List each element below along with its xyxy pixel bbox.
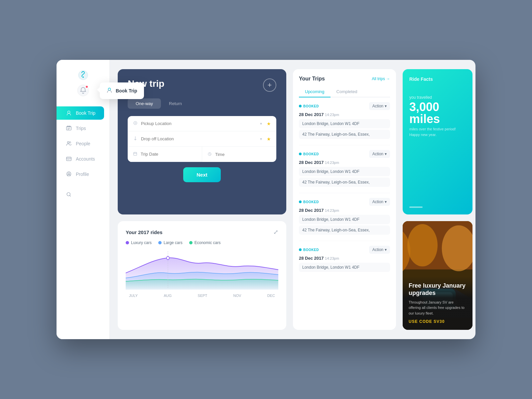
- ride-facts-card: Ride Facts you travelled 3,000 miles mil…: [403, 69, 472, 214]
- date-input[interactable]: [141, 152, 197, 157]
- tab-completed[interactable]: Completed: [331, 86, 363, 97]
- sidebar-book-trip-label: Book Trip: [76, 110, 95, 116]
- economic-dot: [189, 241, 193, 244]
- promo-card: Free luxury January upgrades Throughout …: [403, 221, 472, 330]
- pickup-star-icon: ★: [267, 121, 271, 126]
- svg-point-0: [82, 76, 84, 78]
- svg-point-22: [407, 224, 438, 266]
- search-icon: [66, 192, 72, 198]
- dropoff-dropdown-icon: ▾: [260, 137, 262, 141]
- legend-economic: Economic cars: [189, 240, 221, 245]
- booked-label-3: BOOKED: [299, 200, 319, 204]
- ride-desc: miles over the festive period! Happy new…: [409, 126, 466, 137]
- legend-luxury: Luxury cars: [126, 240, 152, 245]
- svg-point-14: [135, 122, 136, 124]
- trip-entry-4-header: BOOKED Action ▾: [299, 246, 390, 254]
- sidebar-trips-label: Trips: [76, 126, 86, 131]
- svg-point-6: [67, 142, 69, 143]
- time-input[interactable]: [215, 152, 271, 157]
- trip-to-3: 42 The Fairway, Leigh-on-Sea, Essex,: [299, 225, 390, 235]
- promo-code: USE CODE SV30: [409, 319, 466, 324]
- next-button[interactable]: Next: [183, 167, 221, 182]
- action-button-2[interactable]: Action ▾: [369, 150, 390, 158]
- notification-icon[interactable]: [77, 84, 89, 96]
- chart-header: Your 2017 rides ⤢: [126, 228, 278, 236]
- sidebar-search[interactable]: [62, 188, 104, 201]
- sidebar-accounts-label: Accounts: [76, 156, 95, 162]
- trip-entry-4: BOOKED Action ▾ 28 Dec 2017 14:23pm Lond…: [299, 246, 390, 278]
- trip-type-tabs: One-way Return: [128, 98, 276, 109]
- trip-from-1: London Bridge, London W1 4DF: [299, 119, 390, 128]
- svg-point-18: [167, 256, 169, 260]
- screen-wrapper: Book Trip Trips: [57, 60, 475, 339]
- trip-date-4: 28 Dec 2017 14:23pm: [299, 256, 390, 261]
- action-button-1[interactable]: Action ▾: [369, 102, 390, 110]
- sidebar-item-trips[interactable]: Trips: [62, 122, 104, 135]
- sidebar-item-book-trip[interactable]: Book Trip: [57, 106, 104, 120]
- ride-subtitle: you travelled: [409, 95, 466, 100]
- legend-large: Large cars: [158, 240, 183, 245]
- trips-header: Your Trips All trips →: [299, 76, 390, 82]
- dropoff-star-icon: ★: [267, 136, 271, 142]
- your-trips-card: Your Trips All trips → Upcoming Complete…: [293, 69, 396, 330]
- dropoff-field: ▾ ★: [128, 131, 276, 147]
- dropoff-field-icon: [133, 136, 138, 142]
- sidebar-item-profile[interactable]: Profile: [62, 168, 104, 181]
- calendar-icon: [133, 151, 137, 157]
- svg-point-12: [108, 88, 110, 90]
- book-trip-dropdown: Book Trip: [100, 82, 144, 99]
- booked-label-4: BOOKED: [299, 248, 319, 252]
- all-trips-link[interactable]: All trips →: [372, 76, 390, 81]
- trips-tabs: Upcoming Completed: [299, 86, 390, 97]
- chart-label-nov: NOV: [233, 294, 241, 298]
- sidebar-item-accounts[interactable]: Accounts: [62, 152, 104, 166]
- expand-chart-icon[interactable]: ⤢: [273, 228, 278, 236]
- trip-from-3: London Bridge, London W1 4DF: [299, 215, 390, 224]
- trip-entry-2: BOOKED Action ▾ 28 Dec 2017 14:23pm Lond…: [299, 150, 390, 193]
- chart-labels: JULY AUG SEPT NOV DEC: [126, 294, 278, 298]
- trip-form: ▾ ★ ▾ ★: [128, 116, 276, 162]
- pickup-input[interactable]: [141, 121, 257, 126]
- book-trip-icon: [66, 110, 72, 116]
- tab-upcoming[interactable]: Upcoming: [299, 86, 331, 97]
- trip-date-1: 28 Dec 2017 14:23pm: [299, 112, 390, 117]
- sidebar: Book Trip Trips: [57, 60, 110, 339]
- content-grid: New trip + One-way Return: [118, 69, 467, 330]
- pickup-field: ▾ ★: [128, 116, 276, 131]
- ride-indicator-bar: [409, 206, 423, 208]
- trip-date-3: 28 Dec 2017 14:23pm: [299, 208, 390, 213]
- accounts-icon: [66, 156, 72, 162]
- add-trip-button[interactable]: +: [263, 78, 276, 92]
- trip-entry-3: BOOKED Action ▾ 28 Dec 2017 14:23pm Lond…: [299, 198, 390, 241]
- svg-point-7: [69, 142, 71, 143]
- date-time-row: [128, 147, 276, 162]
- trip-entry-3-header: BOOKED Action ▾: [299, 198, 390, 206]
- action-button-3[interactable]: Action ▾: [369, 198, 390, 206]
- action-chevron-2: ▾: [385, 152, 387, 156]
- sidebar-people-label: People: [76, 141, 90, 146]
- chart-svg: [126, 250, 278, 290]
- trip-to-2: 42 The Fairway, Leigh-on-Sea, Essex,: [299, 178, 390, 187]
- action-chevron-1: ▾: [385, 104, 387, 108]
- profile-icon: [66, 171, 72, 178]
- trip-date-2: 28 Dec 2017 14:23pm: [299, 160, 390, 165]
- chart-label-aug: AUG: [164, 294, 172, 298]
- svg-rect-15: [134, 152, 137, 155]
- trips-title: Your Trips: [299, 76, 325, 82]
- chart-card: Your 2017 rides ⤢ Luxury cars Large cars…: [118, 221, 286, 330]
- action-button-4[interactable]: Action ▾: [369, 246, 390, 254]
- dropoff-input[interactable]: [141, 136, 257, 141]
- promo-desc: Throughout January SV are offering all c…: [409, 300, 466, 316]
- time-field: [202, 147, 276, 162]
- sidebar-item-people[interactable]: People: [62, 137, 104, 150]
- svg-rect-8: [66, 157, 71, 161]
- tab-return[interactable]: Return: [161, 98, 190, 109]
- date-field: [128, 147, 202, 162]
- chart-label-sept: SEPT: [198, 294, 207, 298]
- tab-one-way[interactable]: One-way: [128, 98, 161, 109]
- chart-title: Your 2017 rides: [126, 229, 163, 235]
- promo-overlay: Free luxury January upgrades Throughout …: [403, 276, 472, 330]
- chart-legend: Luxury cars Large cars Economic cars: [126, 240, 278, 245]
- main-content: New trip + One-way Return: [110, 60, 475, 339]
- trip-from-4: London Bridge, London W1 4DF: [299, 263, 390, 272]
